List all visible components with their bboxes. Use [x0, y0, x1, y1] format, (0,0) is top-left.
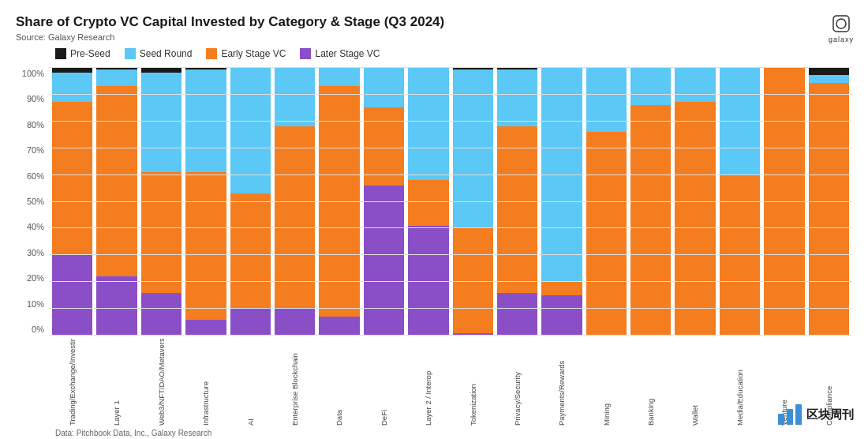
- watermark-bar-1: [778, 414, 784, 425]
- y-label: 100%: [16, 69, 49, 78]
- watermark: 区块周刊: [778, 404, 854, 425]
- x-label: Mining: [586, 339, 627, 426]
- bar-segment-early: [141, 172, 181, 293]
- watermark-bar-3: [795, 404, 802, 425]
- legend-swatch: [125, 48, 136, 59]
- x-label: Web3/NFT/DAO/Metaverse/Gaming: [141, 339, 181, 426]
- bar-group: [630, 67, 671, 336]
- x-label: Infrastructure: [185, 339, 226, 426]
- bar-group: [364, 67, 404, 336]
- x-label: Tokenization: [453, 339, 493, 426]
- bar-segment-seed: [497, 69, 537, 126]
- bar-group: [586, 67, 627, 336]
- bar-stack: [230, 67, 271, 336]
- bar-segment-preseed: [141, 67, 181, 73]
- y-axis: 0%10%20%30%40%50%60%70%80%90%100%: [16, 67, 49, 336]
- bar-group: [319, 67, 359, 336]
- bar-segment-early: [408, 180, 448, 226]
- bar-group: [408, 67, 448, 336]
- bar-stack: [185, 67, 226, 336]
- bar-group: [541, 67, 582, 336]
- legend-swatch: [300, 48, 311, 59]
- x-label: Trading/Exchange/Investing/Lending: [52, 339, 92, 426]
- galaxy-logo-text: galaxy: [829, 36, 854, 43]
- bar-segment-seed: [275, 67, 315, 126]
- watermark-text: 区块周刊: [806, 407, 854, 422]
- bar-segment-early: [720, 174, 760, 336]
- bar-segment-seed: [453, 69, 493, 228]
- bar-segment-seed: [230, 67, 271, 193]
- x-label: DeFi: [364, 339, 404, 426]
- bar-segment-seed: [720, 67, 760, 174]
- x-label: Enterprise Blockchain: [275, 339, 315, 426]
- bar-segment-seed: [52, 73, 92, 102]
- bar-segment-later: [541, 295, 582, 336]
- chart-source: Source: Galaxy Research: [16, 32, 852, 42]
- bar-stack: [275, 67, 315, 336]
- bar-segment-seed: [96, 69, 137, 85]
- bar-segment-seed: [541, 67, 582, 282]
- bar-stack: [319, 67, 359, 336]
- bar-stack: [541, 67, 582, 336]
- bar-segment-early: [497, 126, 537, 293]
- bar-stack: [586, 67, 627, 336]
- x-label: Banking: [630, 339, 671, 426]
- x-labels: Trading/Exchange/Investing/LendingLayer …: [49, 339, 852, 426]
- bar-segment-early: [675, 102, 715, 336]
- bar-group: [141, 67, 181, 336]
- chart-legend: Pre-SeedSeed RoundEarly Stage VCLater St…: [55, 48, 852, 59]
- bar-segment-early: [586, 132, 627, 336]
- y-label: 70%: [16, 145, 49, 155]
- bar-segment-seed: [141, 73, 181, 172]
- bar-segment-early: [319, 86, 359, 317]
- svg-rect-0: [833, 16, 849, 32]
- y-label: 20%: [16, 273, 49, 283]
- y-label: 90%: [16, 94, 49, 103]
- bar-group: [809, 67, 849, 336]
- y-label: 60%: [16, 171, 49, 181]
- legend-item-early-stage-vc: Early Stage VC: [206, 48, 286, 59]
- x-label: Layer 2 / Interop: [408, 339, 448, 426]
- bar-stack: [364, 67, 404, 336]
- bar-group: [720, 67, 760, 336]
- bar-segment-early: [185, 172, 226, 320]
- bar-group: [764, 67, 804, 336]
- watermark-bars-icon: [778, 404, 802, 425]
- chart-area: 0%10%20%30%40%50%60%70%80%90%100% Tradin…: [16, 67, 852, 426]
- bar-group: [497, 67, 537, 336]
- legend-label: Seed Round: [140, 48, 193, 59]
- bar-group: [230, 67, 271, 336]
- bar-segment-early: [541, 282, 582, 295]
- bar-segment-early: [809, 83, 849, 336]
- bar-stack: [764, 67, 804, 336]
- bar-segment-early: [275, 126, 315, 309]
- legend-item-later-stage-vc: Later Stage VC: [300, 48, 380, 59]
- x-label: Privacy/Security: [497, 339, 537, 426]
- bar-group: [453, 67, 493, 336]
- svg-point-1: [836, 19, 846, 28]
- bar-segment-later: [364, 186, 404, 336]
- bar-stack: [52, 67, 92, 336]
- galaxy-logo: galaxy: [829, 12, 854, 43]
- y-label: 80%: [16, 120, 49, 129]
- y-label: 30%: [16, 248, 49, 257]
- x-label: Media/Education: [720, 339, 760, 426]
- bar-segment-preseed: [809, 67, 849, 75]
- bar-segment-seed: [364, 67, 404, 107]
- x-label: Layer 1: [96, 339, 137, 426]
- x-label: Data: [319, 339, 359, 426]
- legend-label: Later Stage VC: [315, 48, 380, 59]
- legend-label: Early Stage VC: [221, 48, 286, 59]
- bar-group: [52, 67, 92, 336]
- legend-item-pre-seed: Pre-Seed: [55, 48, 110, 59]
- bar-stack: [453, 67, 493, 336]
- bar-stack: [630, 67, 671, 336]
- bar-segment-early: [52, 102, 92, 255]
- bar-segment-later: [230, 309, 271, 336]
- watermark-bar-2: [787, 409, 793, 425]
- bar-segment-seed: [809, 75, 849, 83]
- bar-segment-early: [364, 107, 404, 186]
- footer-text: Data: Pitchbook Data, Inc., Galaxy Resea…: [55, 429, 852, 437]
- bar-segment-seed: [185, 69, 226, 171]
- galaxy-logo-icon: [829, 12, 853, 36]
